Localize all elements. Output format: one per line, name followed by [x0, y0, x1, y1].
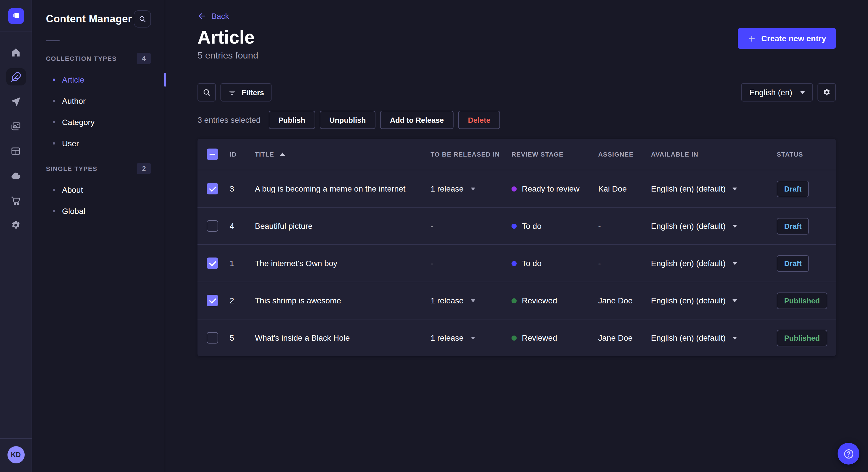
selection-count-label: 3 entries selected	[197, 115, 260, 125]
settings-gear-icon[interactable]	[6, 216, 26, 233]
content-type-builder-icon[interactable]	[6, 142, 26, 160]
search-icon	[202, 88, 211, 97]
search-button[interactable]	[197, 83, 216, 102]
user-avatar[interactable]: KD	[7, 446, 24, 463]
column-header-title[interactable]: TITLE	[255, 151, 431, 158]
add-to-release-button[interactable]: Add to Release	[380, 111, 454, 129]
marketplace-cart-icon[interactable]	[6, 192, 26, 209]
table-row[interactable]: 4 Beautiful picture - To do - English (e…	[197, 207, 836, 244]
locale-dropdown[interactable]: English (en) (default)	[651, 259, 777, 268]
table-row[interactable]: 1 The internet's Own boy - To do - Engli…	[197, 244, 836, 281]
chevron-down-icon	[470, 299, 475, 302]
sidebar-section-label: SINGLE TYPES	[46, 165, 97, 172]
stage-dot-icon	[512, 335, 517, 340]
cell-review-stage: Reviewed	[512, 296, 598, 305]
sidebar-section-count-badge: 4	[137, 53, 151, 64]
status-badge: Published	[777, 292, 827, 309]
view-settings-button[interactable]	[817, 83, 836, 102]
stage-label: To do	[522, 222, 541, 231]
chevron-down-icon	[733, 299, 737, 302]
column-header-assignee: ASSIGNEE	[598, 151, 651, 158]
sidebar-item-label: Article	[62, 75, 84, 84]
table-row[interactable]: 5 What's inside a Black Hole 1 release R…	[197, 319, 836, 356]
create-new-entry-button[interactable]: Create new entry	[738, 28, 836, 49]
unpublish-button[interactable]: Unpublish	[319, 111, 375, 129]
sidebar-item-about[interactable]: About	[46, 179, 151, 200]
back-link[interactable]: Back	[197, 11, 229, 21]
delete-button[interactable]: Delete	[458, 111, 500, 129]
cell-id: 4	[229, 222, 255, 231]
sidebar-section-header: SINGLE TYPES 2	[46, 162, 151, 175]
bullet-icon	[53, 78, 55, 80]
row-checkbox[interactable]	[207, 220, 218, 232]
publish-button[interactable]: Publish	[268, 111, 315, 129]
create-new-entry-label: Create new entry	[761, 34, 826, 43]
entries-count: 5 entries found	[197, 50, 836, 61]
select-all-checkbox[interactable]	[207, 148, 218, 160]
help-button[interactable]	[838, 443, 859, 465]
bullet-icon	[53, 210, 55, 212]
main-content: Back Article Create new entry 5 entries …	[165, 0, 868, 472]
locale-dropdown[interactable]: English (en) (default)	[651, 296, 777, 305]
locale-dropdown[interactable]: English (en) (default)	[651, 222, 777, 231]
content-sidebar: Content Manager COLLECTION TYPES 4 Artic…	[32, 0, 165, 472]
release-value: 1 release	[431, 333, 464, 342]
locale-dropdown[interactable]: English (en) (default)	[651, 184, 777, 193]
icon-sidebar: KD	[0, 0, 32, 472]
locale-dropdown[interactable]: English (en) (default)	[651, 333, 777, 342]
row-checkbox[interactable]	[207, 183, 218, 194]
sidebar-item-user[interactable]: User	[46, 133, 151, 154]
cell-id: 2	[229, 296, 255, 305]
content-sidebar-header: Content Manager	[46, 0, 151, 28]
title-row: Article Create new entry	[197, 26, 836, 49]
plus-icon	[747, 34, 756, 43]
bullet-icon	[53, 189, 55, 191]
entries-table: ID TITLE TO BE RELEASED IN REVIEW STAGE …	[197, 139, 836, 356]
column-header-id: ID	[229, 151, 255, 158]
table-row[interactable]: 3 A bug is becoming a meme on the intern…	[197, 170, 836, 207]
sidebar-item-global[interactable]: Global	[46, 200, 151, 222]
content-manager-feather-icon[interactable]	[6, 68, 26, 86]
cloud-icon[interactable]	[6, 167, 26, 184]
sidebar-item-category[interactable]: Category	[46, 111, 151, 133]
media-library-icon[interactable]	[6, 117, 26, 135]
stage-dot-icon	[512, 224, 517, 229]
releases-send-icon[interactable]	[6, 93, 26, 110]
sidebar-section-count-badge: 2	[137, 163, 151, 174]
sidebar-search-button[interactable]	[134, 10, 151, 28]
cell-assignee: -	[598, 259, 651, 268]
sidebar-divider	[0, 32, 32, 32]
selection-row: 3 entries selected Publish Unpublish Add…	[197, 111, 836, 129]
sidebar-section-header: COLLECTION TYPES 4	[46, 52, 151, 65]
row-checkbox[interactable]	[207, 258, 218, 269]
column-header-release: TO BE RELEASED IN	[431, 151, 512, 158]
toolbar-left: Filters	[197, 83, 272, 102]
locale-value: English (en) (default)	[651, 296, 725, 305]
stage-label: Ready to review	[522, 184, 580, 193]
filters-button[interactable]: Filters	[220, 83, 272, 102]
sidebar-section: COLLECTION TYPES 4 Article Author Catego…	[46, 52, 151, 154]
table-body: 3 A bug is becoming a meme on the intern…	[197, 170, 836, 356]
chevron-down-icon	[733, 187, 737, 190]
sidebar-bottom: KD	[0, 438, 32, 472]
cell-assignee: Kai Doe	[598, 184, 651, 193]
release-dropdown[interactable]: 1 release	[431, 296, 512, 305]
sidebar-section: SINGLE TYPES 2 About Global	[46, 162, 151, 222]
release-dropdown[interactable]: -	[431, 259, 512, 268]
sidebar-section-items: Article Author Category User	[46, 69, 151, 154]
row-checkbox[interactable]	[207, 332, 218, 343]
arrow-left-icon	[197, 11, 207, 21]
row-checkbox[interactable]	[207, 295, 218, 306]
release-dropdown[interactable]: -	[431, 222, 512, 231]
table-row[interactable]: 2 This shrimp is awesome 1 release Revie…	[197, 281, 836, 319]
bullet-icon	[53, 121, 55, 123]
sidebar-item-article[interactable]: Article	[46, 69, 151, 90]
chevron-down-icon	[733, 336, 737, 339]
home-icon[interactable]	[6, 43, 26, 61]
locale-select[interactable]: English (en)	[741, 83, 813, 102]
release-dropdown[interactable]: 1 release	[431, 333, 512, 342]
release-dropdown[interactable]: 1 release	[431, 184, 512, 193]
bullet-icon	[53, 100, 55, 102]
main-nav	[6, 43, 26, 233]
sidebar-item-author[interactable]: Author	[46, 90, 151, 111]
